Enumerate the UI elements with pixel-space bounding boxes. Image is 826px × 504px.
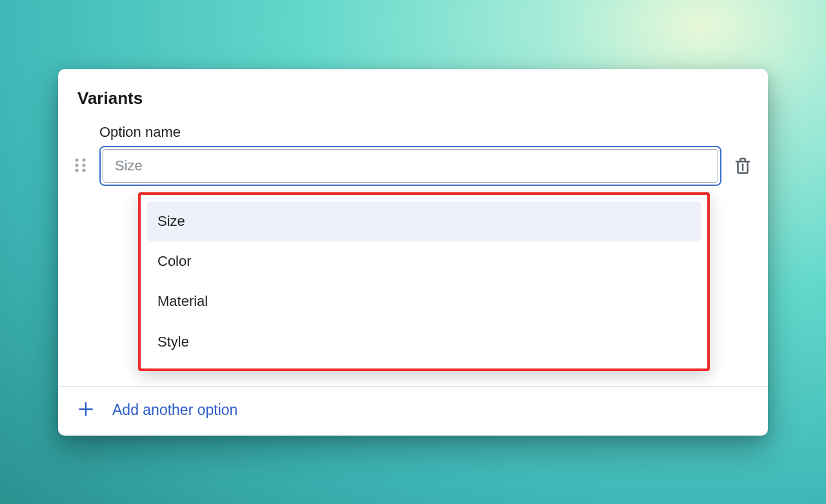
option-name-label: Option name [99,124,721,141]
add-another-option-label: Add another option [112,401,237,419]
option-row: Option name [74,124,752,186]
svg-point-1 [82,158,85,161]
dropdown-item[interactable]: Color [147,241,701,281]
svg-point-5 [82,168,85,172]
option-name-dropdown: SizeColorMaterialStyle [138,192,710,372]
option-block: Option name SizeColorMaterialStyle [58,108,768,386]
trash-icon [733,156,752,176]
delete-option-button[interactable] [733,156,752,186]
dropdown-item[interactable]: Material [147,281,701,321]
drag-handle-icon[interactable] [74,157,88,186]
option-name-field-group: Option name [99,124,721,186]
add-another-option-button[interactable]: Add another option [58,387,768,436]
variants-card: Variants Option name [58,69,768,436]
svg-point-0 [75,158,78,161]
svg-point-2 [75,163,78,166]
dropdown-item[interactable]: Size [147,201,701,241]
svg-point-3 [82,163,85,166]
svg-point-4 [75,168,78,172]
dropdown-anchor: SizeColorMaterialStyle [138,192,710,386]
card-header: Variants [58,69,768,108]
option-name-input[interactable] [103,149,718,183]
input-focus-ring [99,146,721,186]
plus-icon [77,401,94,420]
dropdown-item[interactable]: Style [147,322,701,362]
section-title: Variants [77,88,749,108]
